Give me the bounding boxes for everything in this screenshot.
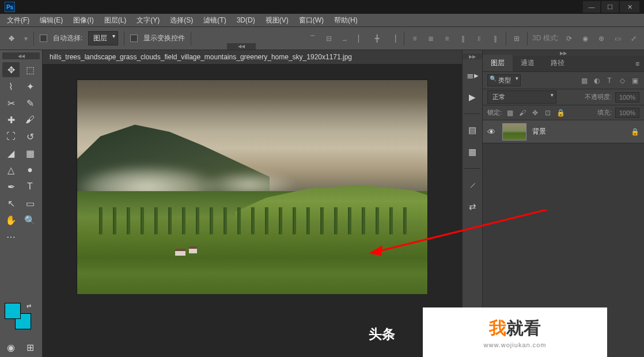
align-hcenter-icon[interactable]: ╋: [372, 33, 383, 44]
opacity-label: 不透明度:: [585, 93, 612, 101]
menu-file[interactable]: 文件(F): [2, 14, 34, 27]
character-panel-icon[interactable]: ▤: [465, 123, 479, 137]
menu-filter[interactable]: 滤镜(T): [199, 14, 230, 27]
auto-select-label: 自动选择:: [53, 33, 82, 43]
slide-3d-icon[interactable]: ▭: [612, 33, 623, 44]
menu-select[interactable]: 选择(S): [165, 14, 198, 27]
menu-view[interactable]: 视图(V): [261, 14, 293, 27]
title-bar: Ps — ☐ ✕: [0, 0, 644, 14]
tab-channels[interactable]: 通道: [513, 55, 543, 71]
history-panel-icon[interactable]: ≣▸: [465, 69, 479, 82]
brush-tool[interactable]: 🖌: [21, 112, 39, 127]
adjustments-panel-icon[interactable]: ⇄: [465, 200, 479, 214]
pen-tool[interactable]: ✒: [2, 179, 20, 194]
edit-toolbar[interactable]: ⋯: [2, 229, 20, 244]
gradient-tool[interactable]: ▦: [21, 146, 39, 161]
maximize-button[interactable]: ☐: [601, 1, 619, 13]
swap-colors-icon[interactable]: ⇄: [26, 303, 31, 309]
filter-pixel-icon[interactable]: ▦: [579, 76, 589, 85]
distribute-top-icon[interactable]: ≡: [409, 33, 421, 44]
lock-all-icon[interactable]: 🔒: [556, 109, 565, 117]
document-tab[interactable]: hills_trees_landscape_grass_clouds_field…: [50, 53, 352, 61]
roll-3d-icon[interactable]: ◉: [579, 33, 591, 44]
show-transform-label: 显示变换控件: [143, 33, 185, 43]
brushes-panel-icon[interactable]: ⟋: [465, 178, 479, 192]
blur-tool[interactable]: △: [2, 162, 20, 177]
layer-visibility-icon[interactable]: 👁: [487, 127, 497, 136]
menu-window[interactable]: 窗口(W): [294, 14, 328, 27]
close-button[interactable]: ✕: [620, 1, 639, 13]
align-left-icon[interactable]: ▏: [355, 33, 367, 44]
layer-name[interactable]: 背景: [532, 127, 546, 136]
quick-mask-tool[interactable]: ◉: [2, 340, 20, 355]
distribute-hcenter-icon[interactable]: ⫴: [473, 33, 485, 44]
foreground-color[interactable]: [5, 303, 21, 319]
menu-3d[interactable]: 3D(D): [232, 14, 260, 26]
lock-artboard-icon[interactable]: ⊡: [543, 109, 552, 117]
history-brush-tool[interactable]: ↺: [21, 129, 39, 144]
screen-mode-tool[interactable]: ⊞: [21, 340, 39, 355]
align-bottom-icon[interactable]: ⎽: [339, 33, 351, 44]
healing-brush-tool[interactable]: ✚: [2, 112, 20, 127]
menu-edit[interactable]: 编辑(E): [35, 14, 67, 27]
align-top-icon[interactable]: ⎺: [307, 33, 319, 44]
eraser-tool[interactable]: ◢: [2, 146, 20, 161]
lasso-tool[interactable]: ⌇: [2, 79, 20, 94]
lock-position-icon[interactable]: ✥: [531, 109, 540, 117]
distribute-vcenter-icon[interactable]: ≣: [425, 33, 437, 44]
toolbox-collapse-icon[interactable]: ◀◀: [2, 52, 40, 59]
hand-tool[interactable]: ✋: [2, 212, 20, 227]
orbit-3d-icon[interactable]: ⟳: [563, 33, 575, 44]
distribute-left-icon[interactable]: ‖: [457, 33, 469, 44]
dock-collapse-icon[interactable]: ▶▶: [463, 54, 482, 59]
canvas-viewport[interactable]: [43, 64, 462, 357]
auto-select-dropdown[interactable]: 图层: [88, 31, 118, 45]
paragraph-panel-icon[interactable]: ▦: [465, 145, 479, 159]
scale-3d-icon[interactable]: ⤢: [628, 33, 639, 44]
move-tool[interactable]: ✥: [2, 62, 20, 77]
shape-tool[interactable]: ▭: [21, 196, 39, 211]
distribute-bottom-icon[interactable]: ≡: [441, 33, 453, 44]
filter-type-icon[interactable]: T: [605, 76, 614, 85]
align-vcenter-icon[interactable]: ⊟: [323, 33, 335, 44]
panel-menu-icon[interactable]: ≡: [631, 56, 644, 71]
auto-select-checkbox[interactable]: [40, 35, 47, 42]
path-select-tool[interactable]: ↖: [2, 196, 20, 211]
auto-align-icon[interactable]: ⊞: [511, 33, 522, 44]
quick-select-tool[interactable]: ✦: [21, 79, 39, 94]
layer-lock-icon[interactable]: 🔒: [631, 128, 639, 136]
minimize-button[interactable]: —: [583, 1, 600, 13]
blend-mode-dropdown[interactable]: 正常: [487, 90, 556, 104]
lock-transparency-icon[interactable]: ▩: [505, 109, 514, 117]
blend-mode-row: 正常 不透明度: 100%: [483, 89, 644, 105]
distribute-right-icon[interactable]: ‖: [490, 33, 501, 44]
menu-image[interactable]: 图像(I): [69, 14, 98, 27]
align-right-icon[interactable]: ▕: [388, 33, 399, 44]
type-tool[interactable]: T: [21, 179, 39, 194]
crop-tool[interactable]: ✂: [2, 96, 20, 111]
filter-shape-icon[interactable]: ◇: [618, 76, 627, 85]
filter-adjust-icon[interactable]: ◐: [592, 76, 601, 85]
dodge-tool[interactable]: ●: [21, 162, 39, 177]
pan-3d-icon[interactable]: ⊕: [596, 33, 607, 44]
show-transform-checkbox[interactable]: [130, 35, 138, 42]
menu-help[interactable]: 帮助(H): [329, 14, 362, 27]
filter-smart-icon[interactable]: ▣: [630, 76, 639, 85]
tab-paths[interactable]: 路径: [543, 55, 573, 71]
clone-stamp-tool[interactable]: ⛶: [2, 129, 20, 144]
layer-row[interactable]: 👁 背景 🔒: [483, 120, 644, 143]
fill-value[interactable]: 100%: [615, 108, 639, 118]
collapsed-panel-handle[interactable]: ◀◀: [227, 43, 256, 50]
eyedropper-tool[interactable]: ✎: [21, 96, 39, 111]
actions-panel-icon[interactable]: ▶: [465, 90, 479, 104]
layer-thumbnail[interactable]: [502, 123, 526, 140]
opacity-value[interactable]: 100%: [615, 92, 639, 102]
lock-image-icon[interactable]: 🖌: [518, 109, 527, 117]
marquee-tool[interactable]: ⬚: [21, 62, 39, 77]
filter-kind-dropdown[interactable]: 类型: [487, 74, 521, 86]
zoom-tool[interactable]: 🔍: [21, 212, 39, 227]
menu-layer[interactable]: 图层(L): [100, 14, 131, 27]
tab-layers[interactable]: 图层: [483, 55, 513, 71]
menu-type[interactable]: 文字(Y): [132, 14, 164, 27]
panel-tabs: 图层 通道 路径 ≡: [483, 56, 644, 72]
